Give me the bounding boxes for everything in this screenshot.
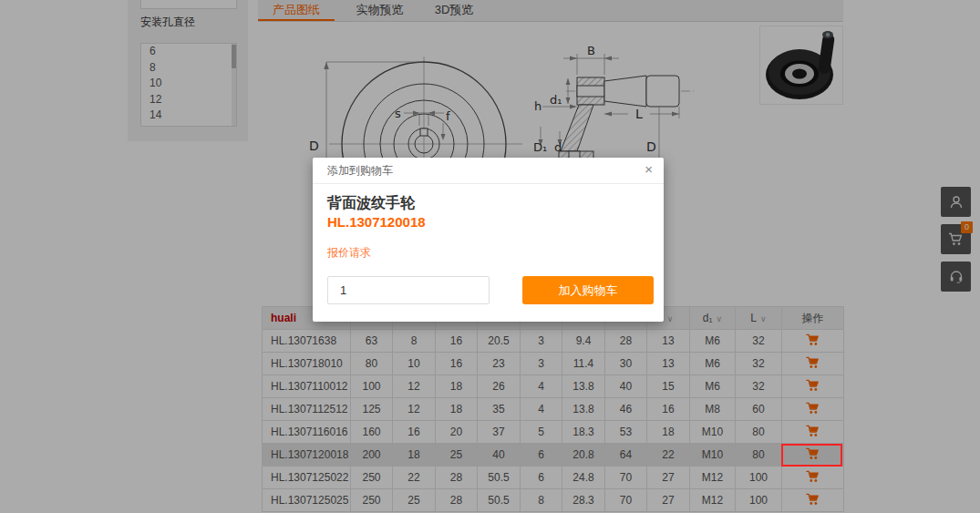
product-page: 安装孔直径 68101214 产品图纸 实物预览 3D预览	[0, 0, 980, 513]
add-to-cart-modal: 添加到购物车 × 背面波纹手轮 HL.1307120018 报价请求 加入购物车	[313, 158, 664, 322]
add-to-cart-submit-button[interactable]: 加入购物车	[522, 276, 654, 304]
click-highlight	[781, 444, 842, 467]
product-name: 背面波纹手轮	[327, 194, 415, 213]
close-icon[interactable]: ×	[645, 158, 653, 181]
modal-header: 添加到购物车 ×	[313, 158, 664, 184]
product-code: HL.1307120018	[327, 214, 426, 230]
quote-request-link[interactable]: 报价请求	[327, 245, 371, 261]
modal-title: 添加到购物车	[327, 158, 393, 183]
quantity-input[interactable]	[327, 276, 490, 304]
